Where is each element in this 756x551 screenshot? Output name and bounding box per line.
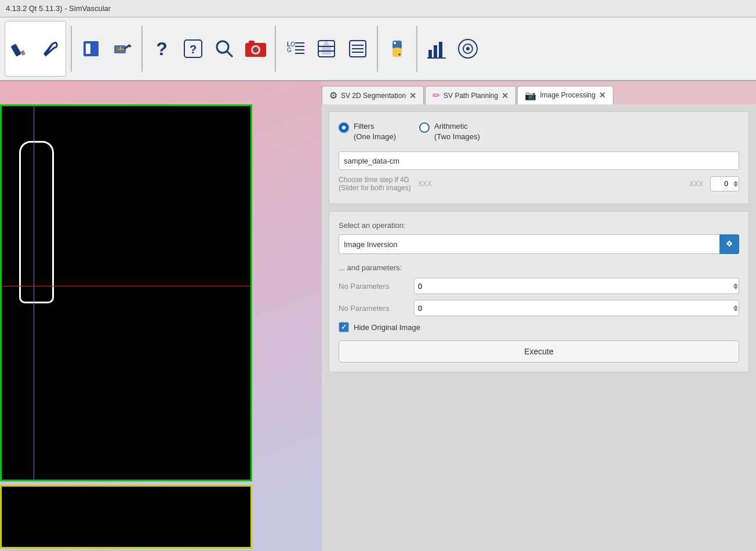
operation-select-wrap: Image Inversion	[339, 234, 739, 254]
param2-name: No Parameters	[339, 304, 408, 313]
tab-path-planning[interactable]: ✏ SV Path Planning ✕	[425, 86, 516, 104]
hide-original-label: Hide Original Image	[354, 323, 420, 332]
timestep-arrows	[733, 181, 738, 187]
draw-tool-btn[interactable]	[6, 23, 35, 75]
tab-path-planning-close[interactable]: ✕	[501, 91, 508, 100]
timestep-down[interactable]	[733, 184, 738, 187]
radio-group: Filters (One Image) Arithmetic (Two Imag…	[339, 121, 739, 142]
svg-point-12	[253, 47, 259, 53]
timestep-xxx1: XXX	[418, 180, 432, 188]
timestep-xxx2: XXX	[689, 180, 703, 188]
tab-segmentation-close[interactable]: ✕	[409, 91, 416, 100]
svg-rect-10	[249, 41, 255, 44]
chevron-icon	[725, 240, 734, 249]
param1-spinner	[733, 283, 738, 289]
svg-text:?: ?	[190, 43, 197, 56]
param2-down[interactable]	[733, 309, 738, 311]
svg-point-35	[466, 47, 470, 50]
svg-rect-1	[20, 50, 26, 56]
arithmetic-radio-circle[interactable]	[419, 122, 430, 133]
crosshair-vertical	[34, 106, 34, 480]
svg-rect-31	[439, 42, 442, 58]
timestep-spinner	[710, 176, 739, 191]
filters-radio-circle[interactable]	[339, 122, 349, 133]
vessel-shape	[19, 141, 54, 303]
svg-rect-3	[86, 44, 90, 54]
timestep-label: Choose time step if 4D (Slider for both …	[339, 176, 411, 192]
log-btn[interactable]: LOG	[281, 23, 310, 75]
operation-select[interactable]: Image Inversion	[339, 234, 719, 254]
cross-btn[interactable]	[312, 23, 341, 75]
svg-line-8	[227, 51, 232, 57]
toolbar-divider-2	[141, 26, 143, 72]
hide-original-checkbox[interactable]: ✓	[339, 322, 349, 332]
svg-rect-2	[83, 41, 99, 56]
info-btn[interactable]: ?	[179, 23, 208, 75]
right-view: ⚙ SV 2D Segmentation ✕ ✏ SV Path Plannin…	[322, 81, 756, 551]
zoom-tool-btn[interactable]	[108, 23, 137, 75]
arithmetic-radio-item[interactable]: Arithmetic (Two Images)	[419, 121, 480, 142]
wrench-tool-btn[interactable]	[35, 23, 64, 75]
arithmetic-radio-label: Arithmetic (Two Images)	[434, 121, 480, 142]
app-root: 4.13.2 Qt 5.11.3) - SimVascular ? ?	[0, 0, 756, 551]
checkbox-checkmark: ✓	[341, 323, 347, 331]
title-bar: 4.13.2 Qt 5.11.3) - SimVascular	[0, 0, 756, 17]
chart-btn[interactable]	[422, 23, 451, 75]
canvas-inner	[2, 106, 250, 480]
execute-button[interactable]: Execute	[339, 340, 739, 362]
svg-point-27	[394, 42, 396, 44]
svg-point-28	[398, 53, 401, 56]
panel-tabs: ⚙ SV 2D Segmentation ✕ ✏ SV Path Plannin…	[322, 81, 756, 104]
timestep-row: Choose time step if 4D (Slider for both …	[339, 176, 739, 192]
svg-rect-30	[434, 45, 437, 58]
left-view	[0, 81, 322, 551]
tab-path-planning-label: SV Path Planning	[444, 92, 498, 100]
help-btn[interactable]: ?	[147, 23, 176, 75]
image-canvas-bottom	[0, 485, 252, 549]
path-planning-icon: ✏	[432, 90, 440, 101]
filter-section: Filters (One Image) Arithmetic (Two Imag…	[329, 111, 749, 204]
svg-rect-29	[428, 50, 432, 58]
app-title: 4.13.2 Qt 5.11.3) - SimVascular	[6, 4, 111, 13]
param2-up[interactable]	[733, 305, 738, 308]
tab-image-processing[interactable]: 📷 Image Processing ✕	[517, 86, 613, 104]
image-processing-icon: 📷	[525, 90, 536, 101]
tab-segmentation[interactable]: ⚙ SV 2D Segmentation ✕	[322, 86, 424, 104]
operation-label: Select an operation:	[339, 221, 739, 230]
tab-image-processing-label: Image Processing	[540, 91, 595, 99]
content-area: Filters (One Image) Arithmetic (Two Imag…	[322, 104, 756, 551]
execute-label: Execute	[524, 347, 554, 356]
toolbar-divider-4	[377, 26, 378, 72]
view-btn[interactable]	[453, 23, 482, 75]
param1-up[interactable]	[733, 283, 738, 286]
tab-image-processing-close[interactable]: ✕	[599, 90, 606, 100]
toolbar: ? ? LOG	[0, 17, 756, 81]
param-row-1: No Parameters	[339, 278, 739, 294]
param-row-2: No Parameters	[339, 300, 739, 316]
list-btn[interactable]	[343, 23, 372, 75]
param1-wrap	[414, 278, 739, 294]
timestep-up[interactable]	[733, 181, 738, 184]
param1-down[interactable]	[733, 287, 738, 289]
filters-radio-label: Filters (One Image)	[354, 121, 396, 142]
image-name-input[interactable]	[339, 151, 739, 170]
search-btn[interactable]	[210, 23, 239, 75]
operation-dropdown-btn[interactable]	[719, 234, 739, 254]
svg-rect-0	[10, 44, 21, 56]
tab-segmentation-label: SV 2D Segmentation	[341, 92, 406, 100]
segmentation-icon: ⚙	[329, 90, 337, 101]
python-btn[interactable]	[383, 23, 412, 75]
param2-input[interactable]	[414, 300, 739, 316]
param1-name: No Parameters	[339, 282, 408, 291]
svg-text:G: G	[287, 47, 292, 53]
param2-wrap	[414, 300, 739, 316]
param1-input[interactable]	[414, 278, 739, 294]
box-tool-btn[interactable]	[77, 23, 106, 75]
image-canvas-main	[0, 104, 252, 481]
crosshair-horizontal	[2, 286, 250, 287]
filters-radio-item[interactable]: Filters (One Image)	[339, 121, 396, 142]
toolbar-group-1	[5, 21, 66, 77]
hide-original-row: ✓ Hide Original Image	[339, 322, 739, 332]
workspace: ⚙ SV 2D Segmentation ✕ ✏ SV Path Plannin…	[0, 81, 756, 551]
camera-btn[interactable]	[241, 23, 270, 75]
